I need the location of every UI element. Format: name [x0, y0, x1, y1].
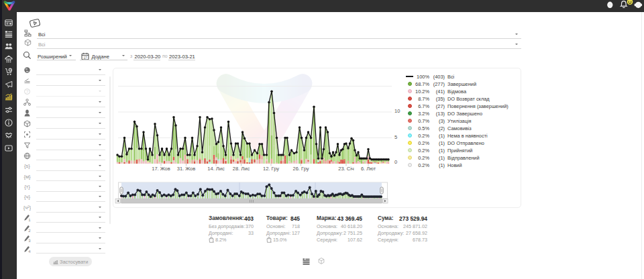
svg-text:x: x: [270, 239, 272, 242]
svg-text:{s}: {s}: [24, 163, 30, 169]
svg-text:3: 3: [28, 239, 31, 243]
svg-text:{м}: {м}: [23, 174, 31, 180]
svg-text:{ч²}: {ч²}: [23, 205, 31, 211]
svg-text:4: 4: [28, 249, 31, 253]
svg-text:{т}: {т}: [24, 184, 30, 190]
svg-text:17: 17: [83, 56, 87, 59]
svg-text:?: ?: [26, 89, 29, 94]
svg-text:2: 2: [28, 228, 31, 232]
svg-text:x: x: [213, 239, 214, 242]
svg-text:{ч}: {ч}: [24, 194, 30, 200]
svg-text:1: 1: [28, 218, 31, 222]
